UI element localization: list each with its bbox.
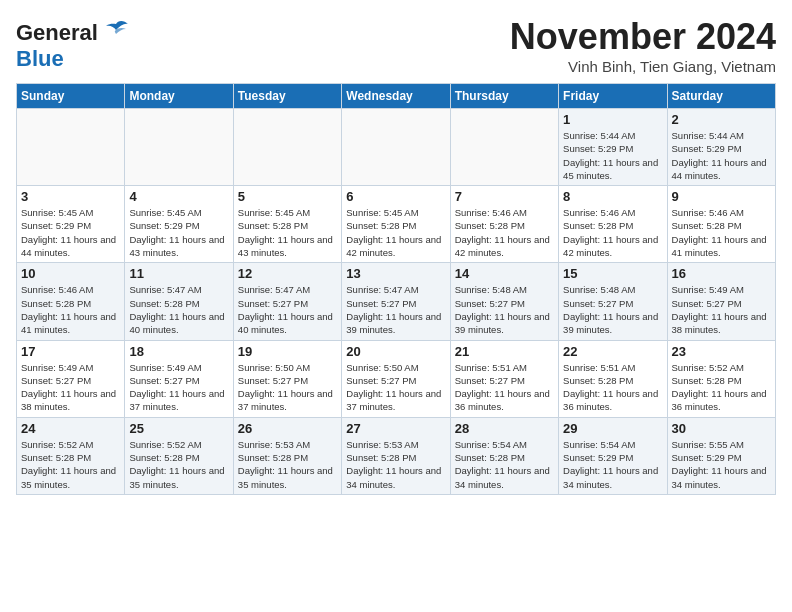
day-detail: Sunrise: 5:47 AM Sunset: 5:27 PM Dayligh… <box>238 283 337 336</box>
calendar-cell: 19Sunrise: 5:50 AM Sunset: 5:27 PM Dayli… <box>233 340 341 417</box>
day-detail: Sunrise: 5:47 AM Sunset: 5:27 PM Dayligh… <box>346 283 445 336</box>
title-area: November 2024 Vinh Binh, Tien Giang, Vie… <box>510 16 776 75</box>
logo-general-text: General <box>16 20 98 46</box>
calendar-week-row: 17Sunrise: 5:49 AM Sunset: 5:27 PM Dayli… <box>17 340 776 417</box>
day-number: 25 <box>129 421 228 436</box>
day-number: 5 <box>238 189 337 204</box>
calendar-table: SundayMondayTuesdayWednesdayThursdayFrid… <box>16 83 776 495</box>
calendar-cell: 17Sunrise: 5:49 AM Sunset: 5:27 PM Dayli… <box>17 340 125 417</box>
calendar-cell: 24Sunrise: 5:52 AM Sunset: 5:28 PM Dayli… <box>17 417 125 494</box>
day-number: 13 <box>346 266 445 281</box>
calendar-week-row: 3Sunrise: 5:45 AM Sunset: 5:29 PM Daylig… <box>17 186 776 263</box>
day-detail: Sunrise: 5:55 AM Sunset: 5:29 PM Dayligh… <box>672 438 771 491</box>
day-detail: Sunrise: 5:46 AM Sunset: 5:28 PM Dayligh… <box>21 283 120 336</box>
calendar-cell: 3Sunrise: 5:45 AM Sunset: 5:29 PM Daylig… <box>17 186 125 263</box>
calendar-cell: 30Sunrise: 5:55 AM Sunset: 5:29 PM Dayli… <box>667 417 775 494</box>
day-number: 30 <box>672 421 771 436</box>
calendar-cell: 6Sunrise: 5:45 AM Sunset: 5:28 PM Daylig… <box>342 186 450 263</box>
column-header-wednesday: Wednesday <box>342 84 450 109</box>
calendar-cell: 10Sunrise: 5:46 AM Sunset: 5:28 PM Dayli… <box>17 263 125 340</box>
day-detail: Sunrise: 5:54 AM Sunset: 5:29 PM Dayligh… <box>563 438 662 491</box>
day-number: 11 <box>129 266 228 281</box>
day-detail: Sunrise: 5:48 AM Sunset: 5:27 PM Dayligh… <box>455 283 554 336</box>
month-title: November 2024 <box>510 16 776 58</box>
calendar-week-row: 10Sunrise: 5:46 AM Sunset: 5:28 PM Dayli… <box>17 263 776 340</box>
calendar-cell: 22Sunrise: 5:51 AM Sunset: 5:28 PM Dayli… <box>559 340 667 417</box>
calendar-cell: 11Sunrise: 5:47 AM Sunset: 5:28 PM Dayli… <box>125 263 233 340</box>
day-number: 10 <box>21 266 120 281</box>
calendar-cell: 15Sunrise: 5:48 AM Sunset: 5:27 PM Dayli… <box>559 263 667 340</box>
day-detail: Sunrise: 5:46 AM Sunset: 5:28 PM Dayligh… <box>672 206 771 259</box>
column-header-tuesday: Tuesday <box>233 84 341 109</box>
day-detail: Sunrise: 5:50 AM Sunset: 5:27 PM Dayligh… <box>346 361 445 414</box>
day-detail: Sunrise: 5:52 AM Sunset: 5:28 PM Dayligh… <box>129 438 228 491</box>
column-header-friday: Friday <box>559 84 667 109</box>
page-header: General Blue November 2024 Vinh Binh, Ti… <box>16 16 776 75</box>
day-number: 17 <box>21 344 120 359</box>
day-detail: Sunrise: 5:54 AM Sunset: 5:28 PM Dayligh… <box>455 438 554 491</box>
day-detail: Sunrise: 5:46 AM Sunset: 5:28 PM Dayligh… <box>563 206 662 259</box>
day-number: 6 <box>346 189 445 204</box>
location-subtitle: Vinh Binh, Tien Giang, Vietnam <box>510 58 776 75</box>
day-detail: Sunrise: 5:47 AM Sunset: 5:28 PM Dayligh… <box>129 283 228 336</box>
calendar-cell: 20Sunrise: 5:50 AM Sunset: 5:27 PM Dayli… <box>342 340 450 417</box>
day-detail: Sunrise: 5:45 AM Sunset: 5:28 PM Dayligh… <box>238 206 337 259</box>
day-detail: Sunrise: 5:53 AM Sunset: 5:28 PM Dayligh… <box>346 438 445 491</box>
calendar-cell: 1Sunrise: 5:44 AM Sunset: 5:29 PM Daylig… <box>559 109 667 186</box>
calendar-cell <box>125 109 233 186</box>
day-detail: Sunrise: 5:45 AM Sunset: 5:28 PM Dayligh… <box>346 206 445 259</box>
calendar-cell: 26Sunrise: 5:53 AM Sunset: 5:28 PM Dayli… <box>233 417 341 494</box>
calendar-cell: 23Sunrise: 5:52 AM Sunset: 5:28 PM Dayli… <box>667 340 775 417</box>
calendar-cell: 12Sunrise: 5:47 AM Sunset: 5:27 PM Dayli… <box>233 263 341 340</box>
day-detail: Sunrise: 5:49 AM Sunset: 5:27 PM Dayligh… <box>129 361 228 414</box>
column-header-saturday: Saturday <box>667 84 775 109</box>
calendar-cell: 9Sunrise: 5:46 AM Sunset: 5:28 PM Daylig… <box>667 186 775 263</box>
calendar-cell: 29Sunrise: 5:54 AM Sunset: 5:29 PM Dayli… <box>559 417 667 494</box>
day-number: 14 <box>455 266 554 281</box>
day-detail: Sunrise: 5:46 AM Sunset: 5:28 PM Dayligh… <box>455 206 554 259</box>
calendar-cell: 18Sunrise: 5:49 AM Sunset: 5:27 PM Dayli… <box>125 340 233 417</box>
day-number: 1 <box>563 112 662 127</box>
day-number: 9 <box>672 189 771 204</box>
day-detail: Sunrise: 5:50 AM Sunset: 5:27 PM Dayligh… <box>238 361 337 414</box>
day-detail: Sunrise: 5:53 AM Sunset: 5:28 PM Dayligh… <box>238 438 337 491</box>
calendar-cell: 28Sunrise: 5:54 AM Sunset: 5:28 PM Dayli… <box>450 417 558 494</box>
day-detail: Sunrise: 5:49 AM Sunset: 5:27 PM Dayligh… <box>672 283 771 336</box>
day-detail: Sunrise: 5:52 AM Sunset: 5:28 PM Dayligh… <box>672 361 771 414</box>
day-number: 26 <box>238 421 337 436</box>
calendar-cell <box>342 109 450 186</box>
day-detail: Sunrise: 5:48 AM Sunset: 5:27 PM Dayligh… <box>563 283 662 336</box>
logo-blue-text: Blue <box>16 46 64 72</box>
column-header-sunday: Sunday <box>17 84 125 109</box>
day-detail: Sunrise: 5:44 AM Sunset: 5:29 PM Dayligh… <box>672 129 771 182</box>
calendar-cell: 25Sunrise: 5:52 AM Sunset: 5:28 PM Dayli… <box>125 417 233 494</box>
day-number: 22 <box>563 344 662 359</box>
day-number: 18 <box>129 344 228 359</box>
day-detail: Sunrise: 5:44 AM Sunset: 5:29 PM Dayligh… <box>563 129 662 182</box>
calendar-cell: 21Sunrise: 5:51 AM Sunset: 5:27 PM Dayli… <box>450 340 558 417</box>
day-detail: Sunrise: 5:45 AM Sunset: 5:29 PM Dayligh… <box>21 206 120 259</box>
day-number: 28 <box>455 421 554 436</box>
day-number: 15 <box>563 266 662 281</box>
calendar-cell: 27Sunrise: 5:53 AM Sunset: 5:28 PM Dayli… <box>342 417 450 494</box>
day-number: 20 <box>346 344 445 359</box>
day-number: 8 <box>563 189 662 204</box>
calendar-cell: 7Sunrise: 5:46 AM Sunset: 5:28 PM Daylig… <box>450 186 558 263</box>
logo: General Blue <box>16 20 130 72</box>
calendar-cell: 13Sunrise: 5:47 AM Sunset: 5:27 PM Dayli… <box>342 263 450 340</box>
calendar-week-row: 24Sunrise: 5:52 AM Sunset: 5:28 PM Dayli… <box>17 417 776 494</box>
logo-bird-icon <box>102 20 130 42</box>
day-number: 7 <box>455 189 554 204</box>
day-detail: Sunrise: 5:52 AM Sunset: 5:28 PM Dayligh… <box>21 438 120 491</box>
calendar-cell: 2Sunrise: 5:44 AM Sunset: 5:29 PM Daylig… <box>667 109 775 186</box>
calendar-cell: 14Sunrise: 5:48 AM Sunset: 5:27 PM Dayli… <box>450 263 558 340</box>
calendar-cell: 16Sunrise: 5:49 AM Sunset: 5:27 PM Dayli… <box>667 263 775 340</box>
day-detail: Sunrise: 5:45 AM Sunset: 5:29 PM Dayligh… <box>129 206 228 259</box>
day-detail: Sunrise: 5:51 AM Sunset: 5:28 PM Dayligh… <box>563 361 662 414</box>
day-number: 24 <box>21 421 120 436</box>
day-number: 2 <box>672 112 771 127</box>
day-number: 19 <box>238 344 337 359</box>
day-number: 29 <box>563 421 662 436</box>
calendar-cell <box>233 109 341 186</box>
day-number: 3 <box>21 189 120 204</box>
